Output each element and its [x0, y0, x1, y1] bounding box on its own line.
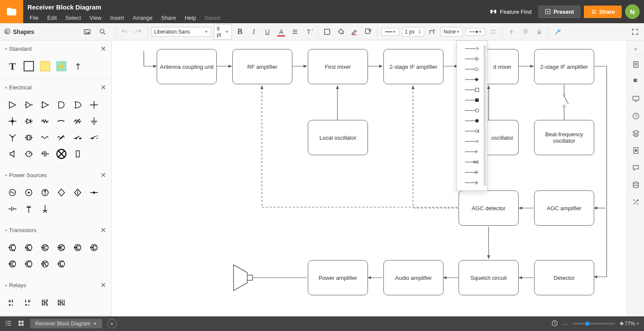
shape-variable[interactable]: [71, 115, 84, 128]
menu-edit[interactable]: Edit: [43, 13, 61, 23]
dropdown-scrollbar[interactable]: [483, 45, 486, 186]
bold-button[interactable]: B: [234, 26, 246, 37]
undo-button[interactable]: [119, 26, 130, 37]
fullscreen-button[interactable]: [629, 26, 641, 37]
arrow-option-open[interactable]: [457, 54, 487, 64]
search-button[interactable]: [97, 26, 108, 37]
shape-cross[interactable]: [6, 115, 19, 128]
block-oscillator[interactable]: oscillator: [486, 120, 519, 155]
shape-scr[interactable]: [55, 257, 68, 270]
shape-darlington[interactable]: [39, 257, 52, 270]
rail-layers-button[interactable]: [627, 125, 644, 142]
add-page-button[interactable]: +: [107, 319, 117, 328]
block-d-mixer[interactable]: d mixer: [486, 49, 519, 84]
arrow-option-many[interactable]: [457, 157, 487, 167]
bucket-button[interactable]: [335, 26, 346, 37]
line-start-select[interactable]: None▼: [440, 27, 463, 37]
font-select[interactable]: Liberation Sans▼: [151, 27, 211, 37]
shape-node[interactable]: [88, 98, 100, 111]
block-local-oscillator[interactable]: Local oscillator: [308, 120, 368, 155]
shape-current-source[interactable]: [39, 186, 52, 199]
shape-jfet-p[interactable]: [88, 241, 100, 254]
shape-diode[interactable]: [22, 115, 35, 128]
line-width-select[interactable]: 1 px▲▼: [402, 27, 424, 37]
block-agc-amplifier[interactable]: AGC amplifier: [534, 190, 594, 226]
block-antenna-coupling[interactable]: Antenna coupling unit: [157, 49, 217, 84]
shape-npn[interactable]: [6, 241, 19, 254]
block-bfo[interactable]: Beat-frequency oscillator: [534, 120, 594, 155]
shape-vss[interactable]: [39, 202, 52, 215]
section-transistors-header[interactable]: Transistors ✕: [0, 222, 111, 239]
grid-button[interactable]: [17, 319, 25, 328]
text-color-button[interactable]: A: [276, 26, 287, 37]
close-icon[interactable]: ✕: [100, 45, 106, 53]
zoom-value[interactable]: ✚ 77% ▼: [620, 321, 640, 327]
lock-button[interactable]: [534, 26, 545, 37]
shape-crystal[interactable]: [22, 131, 35, 144]
rail-comments-button[interactable]: [627, 73, 644, 90]
arrow-option-cross[interactable]: [457, 167, 487, 178]
section-relays-header[interactable]: Relays ✕: [0, 277, 111, 294]
share-button[interactable]: Share: [584, 6, 622, 18]
shape-resistor[interactable]: [39, 115, 52, 128]
menu-share[interactable]: Share: [157, 13, 180, 23]
present-button[interactable]: Present: [538, 6, 580, 18]
arrow-option-hollow-diamond[interactable]: [457, 64, 487, 74]
shape-note[interactable]: [39, 60, 52, 73]
page-tab[interactable]: Receiver Block Diagram▼: [30, 319, 102, 328]
shape-wave[interactable]: [55, 131, 68, 144]
menu-view[interactable]: View: [86, 13, 106, 23]
close-icon[interactable]: ✕: [100, 226, 106, 234]
shape-rectangle[interactable]: [22, 60, 35, 73]
magnet-button[interactable]: [520, 26, 531, 37]
redo-button[interactable]: [133, 26, 144, 37]
rail-chat-button[interactable]: [627, 159, 644, 176]
shape-battery[interactable]: [71, 147, 84, 160]
arrow-option-plain[interactable]: [457, 43, 487, 54]
section-electrical-header[interactable]: Electrical ✕: [0, 79, 111, 96]
rail-data-button[interactable]: [627, 176, 644, 193]
shape-hotspot[interactable]: ⚡: [55, 60, 68, 73]
shape-dc-source[interactable]: [22, 186, 35, 199]
shape-relay-no[interactable]: [6, 296, 19, 309]
app-logo[interactable]: [0, 0, 23, 23]
shape-cap[interactable]: [39, 147, 52, 160]
feature-find-button[interactable]: Feature Find: [486, 8, 535, 15]
rail-master-button[interactable]: [627, 142, 644, 159]
menu-help[interactable]: Help: [181, 13, 200, 23]
shape-controlled[interactable]: [55, 186, 68, 199]
shape-opamp[interactable]: [39, 98, 52, 111]
block-agc-detector[interactable]: AGC detector: [459, 190, 519, 226]
arrow-option-back[interactable]: [457, 178, 487, 188]
align-button[interactable]: [289, 26, 301, 37]
flash-button[interactable]: [506, 26, 517, 37]
arrow-option-hollow-circle[interactable]: [457, 105, 487, 116]
shape-lamp[interactable]: [55, 147, 68, 160]
menu-arrange[interactable]: Arrange: [129, 13, 156, 23]
shape-voltage2[interactable]: [6, 202, 19, 215]
shape-and-gate[interactable]: [55, 98, 68, 111]
shape-relay-nc[interactable]: [22, 296, 35, 309]
arrow-option-hollow-square[interactable]: [457, 85, 487, 95]
sync-button[interactable]: [551, 320, 558, 328]
shape-switch[interactable]: [71, 131, 84, 144]
image-button[interactable]: [82, 26, 93, 37]
shape-nfet[interactable]: [39, 241, 52, 254]
rail-history-button[interactable]: [627, 107, 644, 125]
shape-controlled2[interactable]: [71, 186, 84, 199]
shapes-panel-toggle[interactable]: Shapes: [3, 28, 34, 35]
shape-mosfet[interactable]: [6, 257, 19, 270]
document-title[interactable]: Receiver Block Diagram: [26, 3, 101, 11]
shape-pfet[interactable]: [55, 241, 68, 254]
arrow-option-crossfoot[interactable]: [457, 126, 487, 136]
shape-voltage[interactable]: [88, 186, 100, 199]
close-icon[interactable]: ✕: [100, 171, 106, 179]
block-if-amp-2[interactable]: 2-stage IF amplifier: [534, 49, 594, 84]
shape-igbt[interactable]: [22, 257, 35, 270]
shape-options-button[interactable]: [363, 26, 374, 37]
shape-switch2[interactable]: [88, 131, 100, 144]
block-power-amplifier[interactable]: Power amplifier: [308, 260, 368, 295]
outline-button[interactable]: [4, 319, 12, 328]
section-power-header[interactable]: Power Sources ✕: [0, 167, 111, 184]
shape-arrow[interactable]: ↗: [71, 60, 84, 73]
